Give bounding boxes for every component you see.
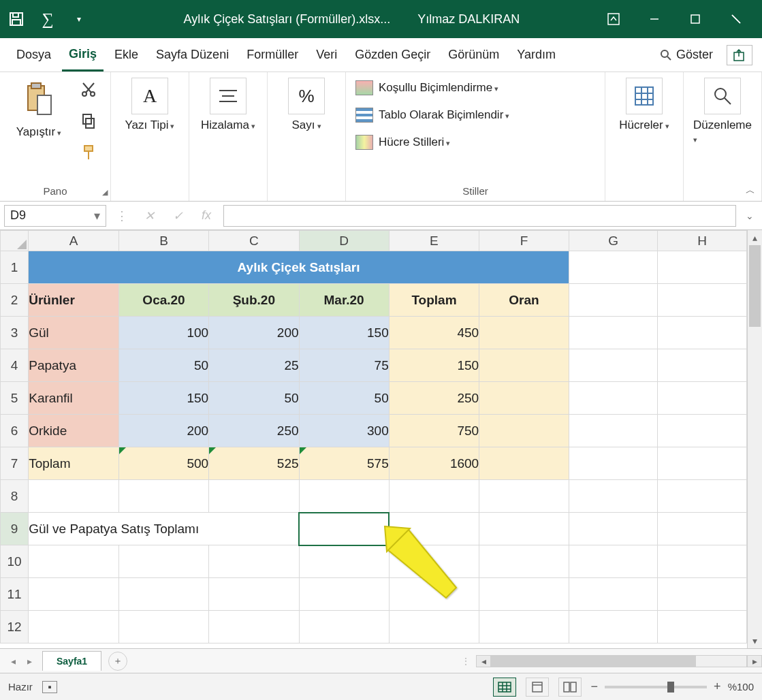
select-all-button[interactable] bbox=[1, 231, 29, 251]
row-header-11[interactable]: 11 bbox=[1, 578, 29, 611]
row-header-4[interactable]: 4 bbox=[1, 349, 29, 382]
cell[interactable] bbox=[299, 578, 389, 611]
cell[interactable]: 750 bbox=[389, 415, 479, 447]
cell[interactable] bbox=[569, 251, 658, 284]
cell[interactable]: 100 bbox=[118, 317, 208, 349]
row-header-7[interactable]: 7 bbox=[1, 447, 29, 480]
zoom-in-button[interactable]: + bbox=[714, 680, 721, 694]
save-icon[interactable] bbox=[5, 5, 27, 33]
tab-file[interactable]: Dosya bbox=[10, 39, 58, 71]
cancel-icon[interactable]: ✕ bbox=[138, 205, 161, 227]
collapse-ribbon-icon[interactable]: ︿ bbox=[746, 185, 755, 197]
row-header-2[interactable]: 2 bbox=[1, 284, 29, 317]
cell[interactable] bbox=[658, 415, 747, 447]
row-header-9[interactable]: 9 bbox=[1, 513, 29, 545]
ribbon-display-options-icon[interactable] bbox=[593, 0, 634, 38]
hscroll-thumb[interactable] bbox=[492, 656, 696, 667]
row-header-1[interactable]: 1 bbox=[1, 251, 29, 284]
cell[interactable] bbox=[209, 611, 299, 643]
cell[interactable]: 150 bbox=[299, 317, 389, 349]
col-header-C[interactable]: C bbox=[209, 231, 299, 251]
cell[interactable] bbox=[389, 513, 479, 545]
vertical-scrollbar[interactable]: ▴ ▾ bbox=[747, 230, 762, 648]
header-total[interactable]: Toplam bbox=[389, 284, 479, 317]
cell[interactable] bbox=[299, 545, 389, 578]
cell[interactable]: 75 bbox=[299, 349, 389, 382]
cell[interactable] bbox=[479, 415, 569, 447]
col-header-E[interactable]: E bbox=[389, 231, 479, 251]
row-header-10[interactable]: 10 bbox=[1, 545, 29, 578]
cell[interactable] bbox=[658, 382, 747, 415]
sheet-nav-next-icon[interactable]: ▸ bbox=[22, 656, 37, 667]
cell[interactable] bbox=[479, 480, 569, 513]
cell[interactable] bbox=[29, 545, 119, 578]
grid[interactable]: A B C D E F G H 1 Aylık Çiçek Satışları … bbox=[0, 230, 747, 643]
header-ratio[interactable]: Oran bbox=[479, 284, 569, 317]
row-header-3[interactable]: 3 bbox=[1, 317, 29, 349]
cell-product[interactable]: Papatya bbox=[29, 349, 119, 382]
maximize-button[interactable] bbox=[675, 0, 716, 38]
tell-me-search[interactable]: Göster bbox=[660, 48, 713, 62]
font-button[interactable]: A Yazı Tipi bbox=[121, 78, 179, 132]
cell[interactable] bbox=[658, 545, 747, 578]
formula-input[interactable] bbox=[223, 205, 736, 227]
cell[interactable] bbox=[479, 382, 569, 415]
header-jan[interactable]: Oca.20 bbox=[118, 284, 208, 317]
cell[interactable] bbox=[569, 382, 658, 415]
expand-formula-bar-icon[interactable]: ⌄ bbox=[742, 210, 758, 221]
cell-total-label[interactable]: Toplam bbox=[29, 447, 119, 480]
paste-button[interactable]: Yapıştır bbox=[10, 78, 68, 139]
scroll-left-icon[interactable]: ◂ bbox=[476, 655, 491, 667]
cell[interactable] bbox=[29, 480, 119, 513]
cell[interactable] bbox=[479, 447, 569, 480]
tab-formulas[interactable]: Formüller bbox=[240, 39, 305, 71]
cells-button[interactable]: Hücreler bbox=[615, 78, 673, 132]
zoom-slider-thumb[interactable] bbox=[667, 682, 674, 693]
cell[interactable]: 200 bbox=[209, 317, 299, 349]
cell[interactable]: 150 bbox=[118, 382, 208, 415]
cell[interactable] bbox=[569, 611, 658, 643]
cell[interactable]: 500 bbox=[118, 447, 208, 480]
cell-product[interactable]: Orkide bbox=[29, 415, 119, 447]
scroll-thumb[interactable] bbox=[749, 245, 761, 327]
cell-note[interactable]: Gül ve Papatya Satış Toplamı bbox=[29, 513, 299, 545]
cell[interactable]: 50 bbox=[209, 382, 299, 415]
cell[interactable] bbox=[569, 545, 658, 578]
view-page-layout-icon[interactable] bbox=[526, 678, 549, 697]
scroll-up-icon[interactable]: ▴ bbox=[752, 230, 757, 245]
close-button[interactable] bbox=[716, 0, 757, 38]
tab-review[interactable]: Gözden Geçir bbox=[348, 39, 437, 71]
cell[interactable] bbox=[569, 317, 658, 349]
col-header-D[interactable]: D bbox=[299, 231, 389, 251]
cell[interactable] bbox=[479, 545, 569, 578]
cell[interactable] bbox=[658, 513, 747, 545]
cell[interactable]: 1600 bbox=[389, 447, 479, 480]
copy-icon[interactable] bbox=[76, 109, 101, 133]
format-painter-icon[interactable] bbox=[76, 140, 101, 165]
cell[interactable] bbox=[658, 480, 747, 513]
cell[interactable] bbox=[569, 415, 658, 447]
tab-split-handle-icon[interactable]: ⋮ bbox=[456, 656, 476, 667]
cell[interactable] bbox=[569, 284, 658, 317]
cell[interactable] bbox=[29, 611, 119, 643]
cell[interactable]: 575 bbox=[299, 447, 389, 480]
cell[interactable] bbox=[209, 545, 299, 578]
sheet-tab-active[interactable]: Sayfa1 bbox=[42, 651, 101, 671]
macro-record-icon[interactable]: ▪ bbox=[42, 681, 57, 693]
cell[interactable] bbox=[299, 611, 389, 643]
clipboard-launcher-icon[interactable]: ◢ bbox=[102, 188, 108, 197]
cell[interactable] bbox=[569, 480, 658, 513]
cell-product[interactable]: Karanfil bbox=[29, 382, 119, 415]
cell[interactable] bbox=[658, 251, 747, 284]
sheet-nav-prev-icon[interactable]: ◂ bbox=[5, 656, 20, 667]
cell[interactable] bbox=[209, 578, 299, 611]
cell[interactable]: 250 bbox=[209, 415, 299, 447]
cell[interactable] bbox=[118, 545, 208, 578]
cell[interactable] bbox=[389, 578, 479, 611]
insert-function-icon[interactable]: fx bbox=[195, 205, 218, 227]
cell[interactable]: 200 bbox=[118, 415, 208, 447]
conditional-formatting-button[interactable]: Koşullu Biçimlendirme bbox=[355, 80, 509, 95]
col-header-G[interactable]: G bbox=[569, 231, 658, 251]
horizontal-scrollbar[interactable]: ◂ ▸ bbox=[476, 655, 762, 667]
cell[interactable]: 50 bbox=[299, 382, 389, 415]
